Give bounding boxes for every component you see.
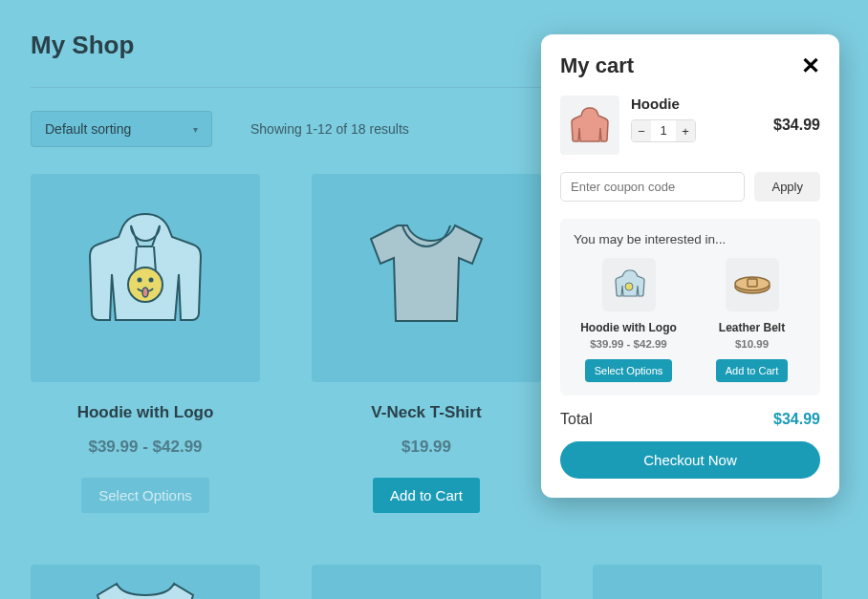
suggestion-thumbnail (602, 258, 656, 311)
product-image[interactable] (312, 174, 541, 382)
hoodie-icon (610, 266, 648, 304)
add-to-cart-button[interactable]: Add to Cart (373, 478, 480, 513)
product-image[interactable] (31, 565, 260, 599)
product-icon (650, 574, 765, 599)
product-card (593, 565, 822, 599)
product-image[interactable] (31, 174, 260, 382)
svg-point-4 (149, 278, 154, 283)
cart-item-name: Hoodie (631, 96, 762, 112)
cart-panel: My cart ✕ Hoodie − 1 + $34.99 Apply You … (541, 34, 839, 498)
close-icon[interactable]: ✕ (801, 54, 820, 77)
suggestions-title: You may be interested in... (574, 232, 807, 246)
quantity-stepper: − 1 + (631, 119, 696, 142)
product-price: $39.99 - $42.99 (88, 438, 202, 457)
quantity-minus-button[interactable]: − (632, 120, 651, 141)
product-image[interactable] (312, 565, 541, 599)
product-name: Hoodie with Logo (77, 403, 214, 422)
product-image[interactable] (593, 565, 822, 599)
apply-coupon-button[interactable]: Apply (754, 172, 820, 202)
suggestion-price: $10.99 (735, 338, 769, 350)
suggestion-item: Hoodie with Logo $39.99 - $42.99 Select … (574, 258, 684, 382)
select-options-button[interactable]: Select Options (81, 478, 209, 513)
svg-point-3 (138, 278, 142, 283)
belt-icon (731, 266, 773, 304)
add-to-cart-button[interactable]: Add to Cart (716, 359, 789, 382)
suggestion-name: Leather Belt (719, 321, 785, 334)
svg-point-5 (142, 288, 148, 297)
results-text: Showing 1-12 of 18 results (250, 121, 409, 137)
cart-item-price: $34.99 (773, 117, 820, 134)
suggestion-item: Leather Belt $10.99 Add to Cart (697, 258, 807, 382)
chevron-down-icon: ▾ (193, 124, 198, 135)
tshirt-icon (345, 197, 508, 359)
quantity-plus-button[interactable]: + (676, 120, 695, 141)
quantity-value: 1 (651, 120, 676, 141)
product-icon (88, 574, 203, 599)
total-label: Total (560, 411, 593, 428)
product-price: $19.99 (401, 438, 451, 457)
sort-select[interactable]: Default sorting ▾ (31, 111, 212, 147)
cart-item: Hoodie − 1 + $34.99 (560, 96, 820, 155)
hoodie-icon (567, 102, 613, 148)
svg-point-6 (625, 283, 633, 290)
suggestion-name: Hoodie with Logo (580, 321, 677, 334)
product-card: Hoodie with Logo $39.99 - $42.99 Select … (31, 174, 260, 513)
select-options-button[interactable]: Select Options (585, 359, 673, 382)
suggestion-price: $39.99 - $42.99 (590, 338, 667, 350)
product-card (312, 565, 541, 599)
suggestions-panel: You may be interested in... Hoodie with … (560, 219, 820, 396)
product-card: V-Neck T-Shirt $19.99 Add to Cart (312, 174, 541, 513)
total-value: $34.99 (773, 411, 820, 428)
product-name: V-Neck T-Shirt (371, 403, 481, 422)
sort-select-label: Default sorting (45, 121, 131, 137)
hoodie-icon (64, 197, 227, 359)
suggestion-thumbnail (726, 258, 779, 311)
coupon-input[interactable] (560, 172, 745, 202)
cart-item-thumbnail (560, 96, 619, 155)
cart-title: My cart (560, 53, 634, 78)
checkout-button[interactable]: Checkout Now (560, 441, 820, 479)
product-card (31, 565, 260, 599)
